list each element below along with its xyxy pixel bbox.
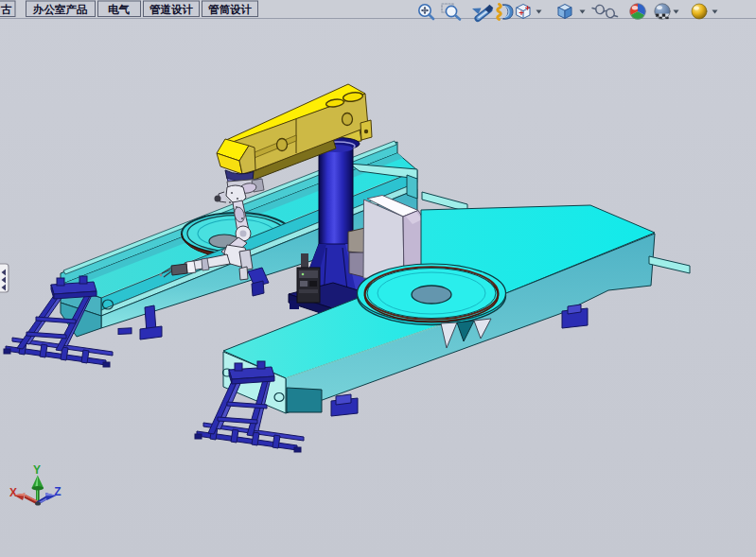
svg-text:管道设计: 管道设计 xyxy=(149,4,194,15)
svg-text:Y: Y xyxy=(33,463,41,477)
svg-text:办公室产品: 办公室产品 xyxy=(32,4,88,15)
svg-text:Z: Z xyxy=(54,485,61,498)
svg-text:管筒设计: 管筒设计 xyxy=(207,4,253,15)
svg-text:古: 古 xyxy=(0,4,12,15)
svg-text:X: X xyxy=(9,486,17,499)
svg-text:电气: 电气 xyxy=(108,4,131,15)
